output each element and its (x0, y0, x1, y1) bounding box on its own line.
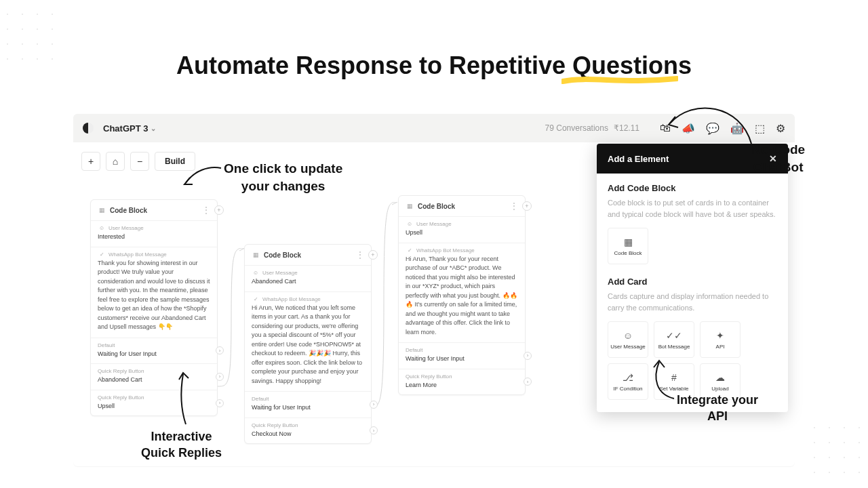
default-value: Waiting for User Input (406, 354, 518, 363)
bot-message-card[interactable]: ✓✓ Bot Message (654, 321, 694, 358)
card-label: User Message (610, 344, 646, 350)
cloud-upload-icon: ☁ (715, 372, 725, 383)
default-value: Waiting for User Input (252, 403, 364, 412)
api-icon: ✦ (716, 330, 724, 341)
card-label: User Message (416, 221, 452, 227)
home-button[interactable]: ⌂ (106, 152, 125, 171)
card-label: Default (98, 342, 210, 348)
user-icon: ☺ (252, 270, 260, 276)
underline-scribble (561, 75, 678, 85)
card-label: Default (252, 396, 364, 402)
workspace-name: ChatGPT 3 (103, 123, 148, 134)
user-message-value: Interested (98, 232, 210, 241)
quick-reply-value: Learn More (406, 381, 518, 390)
check-icon: ✓ (252, 296, 260, 302)
panel-section-heading: Add Code Block (608, 183, 777, 193)
output-port[interactable]: + (214, 205, 224, 215)
code-block[interactable]: ▦ Code Block ⋮ + ☺User Message Intereste… (90, 199, 218, 416)
add-button[interactable]: + (81, 152, 100, 171)
card-label: API (716, 344, 725, 350)
chevron-down-icon: ⌄ (151, 125, 156, 132)
output-port[interactable]: + (522, 201, 532, 211)
bot-message-body: Hi Arun, Thank you for your recent purch… (406, 255, 518, 338)
code-block[interactable]: ▦ Code Block ⋮ + ☺User Message Abandoned… (244, 244, 372, 444)
grid-icon: ▦ (624, 237, 633, 247)
conversations-count: 79 Conversations (545, 123, 608, 133)
grid-icon: ▦ (406, 203, 414, 209)
block-title: Code Block (264, 251, 301, 259)
card-label: Quick Reply Button (406, 373, 518, 380)
annotation-one-click: One click to update your changes (224, 160, 342, 195)
card-label: User Message (262, 270, 298, 276)
annotation-arrow (647, 359, 679, 401)
block-menu-icon[interactable]: ⋮ (202, 205, 210, 215)
annotation-no-code: No-Code ChatBot (751, 141, 805, 176)
card-label: Upload (711, 386, 728, 392)
user-message-value: Upsell (406, 228, 518, 237)
panel-section-desc: Code block is to put set of cards in to … (608, 197, 777, 220)
quick-reply-value: Checkout Now (252, 430, 364, 439)
default-value: Waiting for User Input (98, 350, 210, 359)
annotation-api: Integrate your API (677, 392, 758, 425)
annotation-quick-replies: Interactive Quick Replies (141, 428, 222, 462)
code-block[interactable]: ▦ Code Block ⋮ + ☺User Message Upsell ✓W… (398, 195, 526, 395)
builder-toolbar: + ⌂ − Build (81, 152, 195, 171)
cube-icon[interactable]: ⬚ (755, 122, 765, 135)
output-port[interactable]: › (524, 352, 532, 360)
block-menu-icon[interactable]: ⋮ (356, 250, 364, 260)
user-message-value: Abandoned Cart (252, 277, 364, 286)
panel-title: Add a Element (608, 154, 669, 164)
annotation-arrow (666, 96, 754, 146)
user-icon: ☺ (98, 225, 106, 231)
annotation-arrow (176, 371, 197, 427)
collapse-button[interactable]: − (130, 152, 149, 171)
check-icon: ✓ (98, 251, 106, 258)
flow-connector (370, 202, 397, 412)
branch-icon: ⎇ (623, 372, 633, 383)
annotation-arrow (182, 163, 222, 190)
output-port[interactable]: › (216, 399, 224, 407)
check-icon: ✓✓ (666, 330, 682, 341)
grid-icon: ▦ (252, 251, 260, 258)
card-label: Default (406, 347, 518, 353)
output-port[interactable]: › (524, 378, 532, 386)
output-port[interactable]: › (370, 426, 378, 434)
output-port[interactable]: › (216, 373, 224, 381)
card-label: Quick Reply Button (252, 422, 364, 428)
card-label: Code Block (614, 250, 642, 256)
workspace-selector[interactable]: ChatGPT 3 ⌄ (103, 123, 156, 134)
user-icon: ☺ (406, 221, 414, 227)
bot-message-body: Thank you for showing interest in our pr… (98, 259, 210, 332)
panel-section-desc: Cards capture and display information ne… (608, 291, 777, 313)
code-block-card[interactable]: ▦ Code Block (608, 228, 648, 264)
block-menu-icon[interactable]: ⋮ (510, 201, 518, 211)
theme-toggle-icon[interactable] (83, 123, 94, 134)
output-port[interactable]: › (370, 401, 378, 409)
card-label: WhatsApp Bot Message (108, 251, 167, 258)
hero-title: Automate Response to Repetitive Question… (0, 52, 868, 80)
grid-icon: ▦ (98, 207, 106, 214)
check-icon: ✓ (406, 247, 414, 253)
gear-icon[interactable]: ⚙ (776, 122, 785, 135)
card-label: Bot Message (658, 344, 690, 350)
api-card[interactable]: ✦ API (700, 321, 741, 358)
user-icon: ☺ (623, 330, 633, 341)
block-title: Code Block (418, 203, 455, 210)
bg-dots (807, 420, 868, 481)
user-message-card[interactable]: ☺ User Message (608, 321, 648, 358)
card-label: WhatsApp Bot Message (262, 296, 321, 302)
if-condition-card[interactable]: ⎇ IF Condition (608, 363, 648, 400)
card-label: WhatsApp Bot Message (416, 247, 475, 253)
add-element-panel: Add a Element ✕ Add Code Block Code bloc… (597, 144, 788, 412)
output-port[interactable]: + (368, 250, 378, 260)
panel-section-heading: Add Card (608, 277, 777, 287)
card-label: User Message (108, 225, 144, 231)
flow-connector (218, 248, 245, 390)
output-port[interactable]: › (216, 346, 224, 354)
bot-message-body: Hi Arun, We noticed that you left some i… (252, 304, 364, 386)
balance: ₹12.11 (614, 123, 639, 133)
topbar-stats: 79 Conversations ₹12.11 (545, 123, 639, 133)
card-label: IF Condition (613, 386, 642, 392)
block-title: Code Block (110, 207, 147, 214)
